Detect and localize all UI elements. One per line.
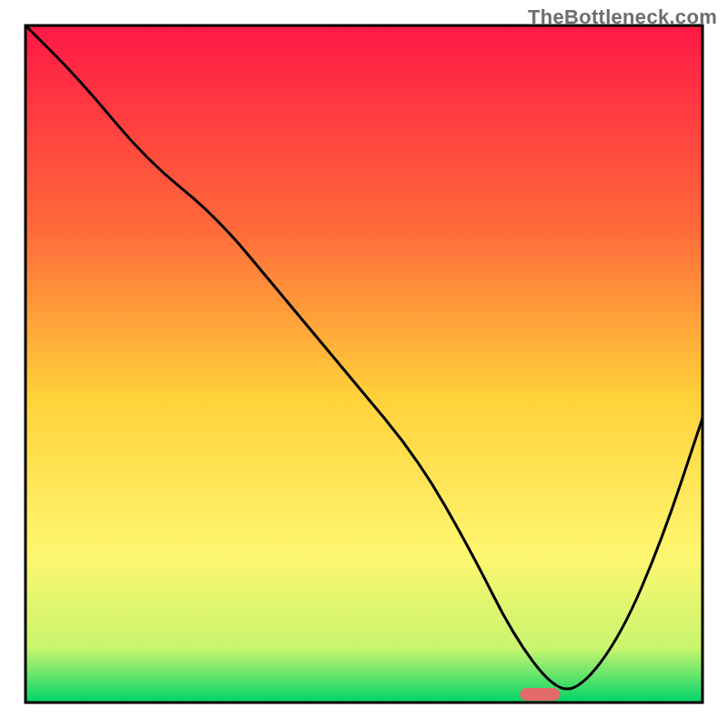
optimal-zone-marker bbox=[520, 688, 561, 701]
watermark-text: TheBottleneck.com bbox=[528, 5, 717, 29]
bottleneck-chart: TheBottleneck.com bbox=[0, 0, 728, 728]
svg-rect-1 bbox=[520, 688, 561, 701]
chart-svg bbox=[0, 0, 728, 728]
chart-background-gradient bbox=[25, 25, 703, 703]
